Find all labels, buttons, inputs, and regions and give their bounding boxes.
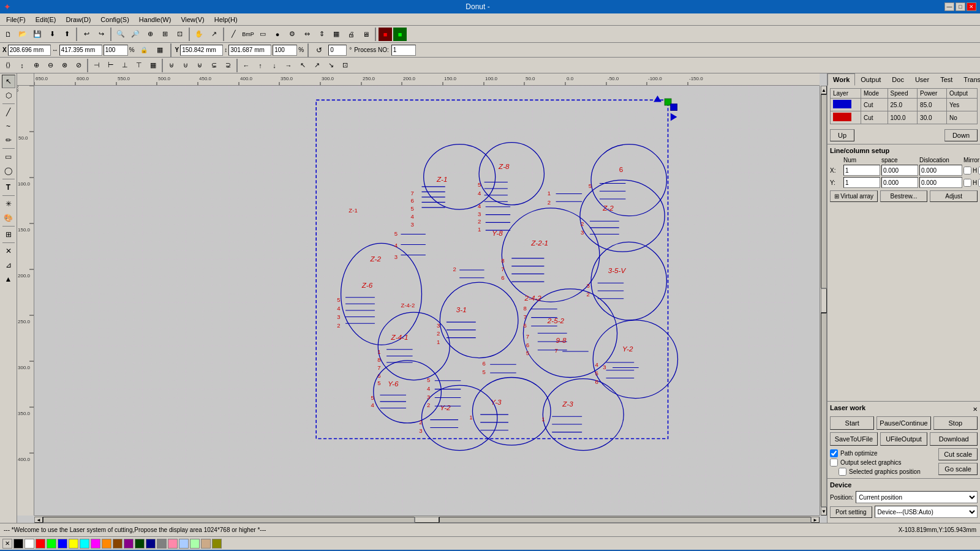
canvas-container[interactable]: 650.0 600.0 550.0 500.0 450.0 400.0 350.…: [17, 73, 827, 523]
start-button[interactable]: Start: [830, 416, 874, 430]
select2-button[interactable]: ↕: [15, 59, 29, 72]
lc-y-num-input[interactable]: [843, 177, 880, 188]
port-setting-button[interactable]: Port setting: [830, 506, 872, 518]
arr-dr-button[interactable]: ↘: [324, 59, 337, 72]
monitor-tool[interactable]: 🖥: [359, 28, 372, 41]
import2-button[interactable]: ⬆: [60, 28, 74, 41]
color-magenta[interactable]: [91, 539, 100, 549]
stop-button[interactable]: Stop: [933, 416, 978, 430]
arr-right-button[interactable]: →: [282, 59, 295, 72]
menu-edit[interactable]: Edit(E): [31, 15, 61, 24]
x-pct-input[interactable]: [104, 45, 128, 56]
weld-button[interactable]: ⊎: [165, 59, 178, 72]
lc-x-space-input[interactable]: [881, 165, 918, 176]
flip-h-tool[interactable]: ⇔: [300, 28, 314, 41]
down-button[interactable]: Down: [944, 129, 978, 141]
origin-button[interactable]: ⊡: [338, 59, 352, 72]
distribute-button[interactable]: ▦: [146, 59, 160, 72]
color-gray[interactable]: [157, 539, 167, 549]
color-cyan[interactable]: [80, 539, 89, 549]
tab-output[interactable]: Output: [855, 73, 886, 86]
zoom-all-button[interactable]: ⊞: [158, 28, 172, 41]
color-lightblue[interactable]: [179, 539, 189, 549]
pointer-tool[interactable]: ↖: [2, 75, 15, 88]
align-right-button[interactable]: ⊥: [118, 59, 132, 72]
color2-tool[interactable]: ■: [393, 28, 407, 41]
layer-row-2[interactable]: Cut 100.0 30.0 No: [831, 111, 978, 124]
intersect2-button[interactable]: ⊌: [193, 59, 206, 72]
redo-button[interactable]: ↪: [94, 28, 108, 41]
bezier-tool[interactable]: ~: [2, 119, 15, 133]
color-olive[interactable]: [212, 539, 222, 549]
align-center-button[interactable]: ⊢: [104, 59, 118, 72]
lc-y-h-check[interactable]: [963, 179, 971, 187]
u-file-output-button[interactable]: UFileOutput: [880, 432, 928, 446]
pan-button[interactable]: ✋: [192, 28, 206, 41]
node-tool[interactable]: ⬡: [2, 89, 15, 102]
tab-user[interactable]: User: [910, 73, 935, 86]
text-tool[interactable]: T: [2, 181, 15, 194]
join-button[interactable]: ⊗: [58, 59, 71, 72]
combine2-button[interactable]: ⊕: [29, 59, 43, 72]
rect-tool[interactable]: ▭: [256, 28, 270, 41]
tab-test[interactable]: Test: [935, 73, 958, 86]
close-button[interactable]: ✕: [967, 2, 976, 11]
color-black[interactable]: [13, 539, 23, 549]
ellipse-tool[interactable]: ◯: [2, 164, 15, 178]
bmp-button[interactable]: BmP: [241, 28, 255, 41]
trim-button[interactable]: ⊍: [179, 59, 192, 72]
arr-left-button[interactable]: ←: [239, 59, 253, 72]
grid-toggle-button[interactable]: ▦: [153, 43, 167, 57]
menu-help[interactable]: Help(H): [209, 15, 243, 24]
color1-tool[interactable]: ■: [379, 28, 392, 41]
rotate-button[interactable]: ↺: [312, 43, 326, 57]
new-button[interactable]: 🗋: [1, 28, 15, 41]
lock-aspect-button[interactable]: 🔒: [137, 43, 151, 57]
device-select[interactable]: Device---(USB:Auto) Device---(COM1): [875, 506, 978, 518]
node-edit-button[interactable]: ⟨⟩: [1, 59, 15, 72]
star-tool[interactable]: ✳: [2, 197, 15, 211]
y-pct-input[interactable]: [273, 45, 297, 56]
layer-row-1[interactable]: Cut 25.0 85.0 Yes: [831, 99, 978, 111]
line-draw-tool[interactable]: ╱: [2, 105, 15, 119]
align-tool[interactable]: ▦: [330, 28, 343, 41]
freehand-tool[interactable]: ✏: [2, 133, 15, 147]
arr-down-button[interactable]: ↓: [268, 59, 281, 72]
arr-ul2-button[interactable]: ↗: [310, 59, 323, 72]
virtual-array-button[interactable]: ⊞ Virtual array: [830, 190, 878, 202]
save-button[interactable]: 💾: [31, 28, 44, 41]
select-button[interactable]: ↗: [207, 28, 221, 41]
cut-path-button[interactable]: ⊊: [207, 59, 221, 72]
color-darkgreen[interactable]: [135, 539, 145, 549]
color-tan[interactable]: [201, 539, 211, 549]
horizontal-scrollbar[interactable]: ◄ ►: [34, 515, 820, 523]
tab-transform[interactable]: Transform: [958, 73, 980, 86]
minimize-button[interactable]: —: [944, 2, 954, 11]
path-op-button[interactable]: ⊋: [221, 59, 235, 72]
color-yellow[interactable]: [69, 539, 78, 549]
menu-file[interactable]: File(F): [1, 15, 31, 24]
pause-continue-button[interactable]: Pause/Continue: [876, 416, 930, 430]
menu-draw[interactable]: Draw(D): [61, 15, 96, 24]
save-to-u-button[interactable]: SaveToUFile: [830, 432, 878, 446]
layer-color-1[interactable]: [831, 99, 861, 111]
table-tool[interactable]: ⊞: [2, 228, 15, 241]
maximize-button[interactable]: □: [956, 2, 965, 11]
import-button[interactable]: ⬇: [45, 28, 59, 41]
tab-work[interactable]: Work: [827, 73, 855, 86]
position-select[interactable]: Current position Absolute origin Machine…: [856, 491, 978, 503]
cut-scale-button[interactable]: Cut scale: [938, 448, 978, 460]
y-size-input[interactable]: [228, 45, 271, 56]
color-navy[interactable]: [146, 539, 156, 549]
adjust-button[interactable]: Adjust: [930, 190, 978, 202]
color-pink[interactable]: [168, 539, 178, 549]
path-optimize-check[interactable]: [830, 449, 838, 457]
color-lightgreen[interactable]: [190, 539, 200, 549]
color-orange[interactable]: [102, 539, 111, 549]
intersect-button[interactable]: ⊘: [72, 59, 85, 72]
menu-view[interactable]: View(V): [176, 15, 209, 24]
align-top-button[interactable]: ⊤: [132, 59, 146, 72]
color-green[interactable]: [47, 539, 56, 549]
menu-config[interactable]: Config(S): [96, 15, 134, 24]
lc-x-num-input[interactable]: [843, 165, 880, 176]
